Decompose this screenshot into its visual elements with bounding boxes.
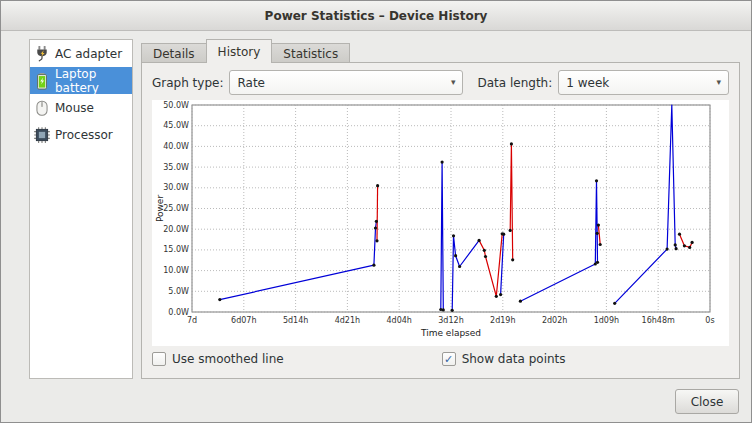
ac-adapter-icon [33, 45, 51, 63]
device-label: Laptop battery [55, 67, 129, 95]
svg-text:16h48m: 16h48m [642, 316, 675, 325]
device-label: AC adapter [55, 47, 122, 61]
chevron-down-icon: ▾ [716, 78, 721, 87]
device-list: AC adapterLaptop batteryMouseProcessor [29, 39, 133, 379]
close-button[interactable]: Close [675, 389, 739, 414]
svg-text:40.0W: 40.0W [163, 142, 189, 151]
svg-text:20.0W: 20.0W [163, 225, 189, 234]
use-smoothed-line-label: Use smoothed line [172, 352, 284, 366]
graph-type-dropdown[interactable]: Rate ▾ [229, 70, 463, 95]
notebook: DetailsHistoryStatistics Graph type: Rat… [141, 39, 740, 379]
tab-bar: DetailsHistoryStatistics [141, 39, 740, 63]
tab-details[interactable]: Details [141, 43, 207, 63]
show-data-points-label: Show data points [462, 352, 566, 366]
device-label: Mouse [55, 101, 94, 115]
svg-text:Time elapsed: Time elapsed [420, 328, 481, 338]
graph-type-value: Rate [237, 76, 265, 90]
svg-text:15.0W: 15.0W [163, 245, 189, 254]
svg-text:7d: 7d [187, 316, 197, 325]
device-label: Processor [55, 128, 113, 142]
action-area: Close [1, 379, 751, 414]
svg-text:30.0W: 30.0W [163, 183, 189, 192]
svg-text:5d14h: 5d14h [283, 316, 308, 325]
battery-icon [33, 72, 51, 90]
svg-text:2d19h: 2d19h [490, 316, 515, 325]
svg-text:4d21h: 4d21h [335, 316, 360, 325]
history-tab-panel: Graph type: Rate ▾ Data length: 1 week ▾… [141, 62, 740, 379]
tab-statistics[interactable]: Statistics [271, 43, 350, 63]
tab-history[interactable]: History [206, 39, 273, 63]
svg-text:45.0W: 45.0W [163, 121, 189, 130]
power-statistics-window: Power Statistics – Device History AC ada… [0, 0, 752, 423]
window-title: Power Statistics – Device History [265, 9, 488, 23]
titlebar: Power Statistics – Device History [1, 1, 751, 31]
use-smoothed-line-checkbox[interactable]: Use smoothed line [152, 352, 284, 366]
data-length-value: 1 week [566, 76, 609, 90]
svg-text:6d07h: 6d07h [231, 316, 256, 325]
svg-text:Power: Power [155, 195, 165, 223]
data-length-label: Data length: [477, 76, 552, 90]
sidebar-item-ac-adapter[interactable]: AC adapter [30, 40, 132, 67]
show-data-points-checkbox[interactable]: ✓ Show data points [442, 352, 566, 366]
svg-text:0.0W: 0.0W [168, 308, 189, 317]
svg-text:5.0W: 5.0W [168, 287, 189, 296]
chevron-down-icon: ▾ [451, 78, 456, 87]
data-length-dropdown[interactable]: 1 week ▾ [558, 70, 729, 95]
mouse-icon [33, 99, 51, 117]
sidebar-item-laptop-battery[interactable]: Laptop battery [30, 67, 132, 94]
svg-text:10.0W: 10.0W [163, 266, 189, 275]
window-content: AC adapterLaptop batteryMouseProcessor D… [1, 31, 751, 379]
svg-text:4d04h: 4d04h [386, 316, 411, 325]
svg-text:2d02h: 2d02h [542, 316, 567, 325]
svg-text:0s: 0s [705, 316, 714, 325]
checkbox-box[interactable]: ✓ [442, 352, 456, 366]
history-chart: 7d6d07h5d14h4d21h4d04h3d12h2d19h2d02h1d0… [152, 100, 729, 346]
chart-options: Use smoothed line ✓ Show data points [152, 352, 729, 366]
svg-text:3d12h: 3d12h [438, 316, 463, 325]
checkbox-box[interactable] [152, 352, 166, 366]
svg-text:1d09h: 1d09h [594, 316, 619, 325]
svg-text:25.0W: 25.0W [163, 204, 189, 213]
sidebar-item-mouse[interactable]: Mouse [30, 94, 132, 121]
svg-text:35.0W: 35.0W [163, 163, 189, 172]
graph-controls: Graph type: Rate ▾ Data length: 1 week ▾ [152, 70, 729, 95]
processor-icon [33, 126, 51, 144]
svg-text:50.0W: 50.0W [163, 101, 189, 110]
sidebar-item-processor[interactable]: Processor [30, 121, 132, 148]
graph-type-label: Graph type: [152, 76, 223, 90]
